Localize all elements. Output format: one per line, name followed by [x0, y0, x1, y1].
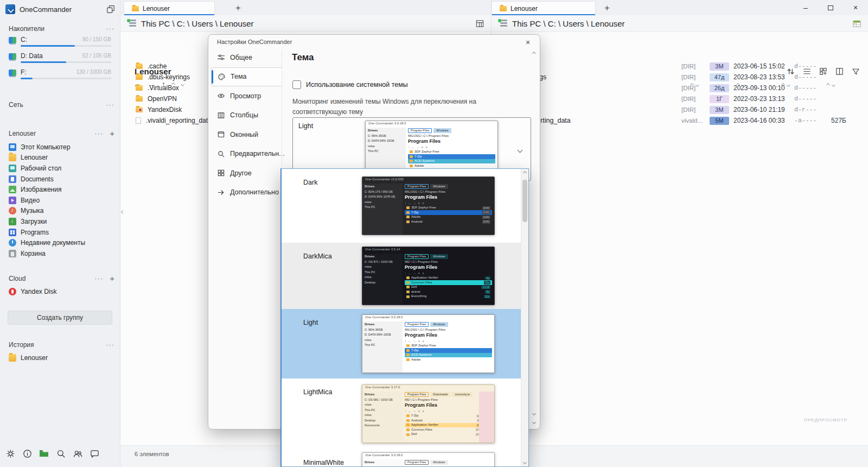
search-icon[interactable] — [55, 447, 67, 459]
sidebar-item[interactable]: Lenouser — [0, 153, 120, 163]
users-icon[interactable] — [72, 447, 84, 459]
sidebar-item[interactable]: Рабочий стол — [0, 163, 120, 174]
cloud-menu-button[interactable]: ··· — [94, 276, 103, 281]
settings-nav-sliders[interactable]: Общее — [208, 48, 282, 67]
breadcrumb[interactable]: This PC \ C: \ Users \ Lenouser — [141, 19, 254, 28]
new-tab-button[interactable]: + — [232, 2, 244, 14]
sidebar-item[interactable]: Documents — [0, 174, 120, 185]
left-tab[interactable]: Lenouser — [124, 1, 215, 15]
network-section-header: Сеть ··· — [9, 100, 114, 110]
theme-option-Dark[interactable]: DarkOne Commander v3 β.555DrivesC: 82% 1… — [282, 169, 521, 243]
preview-file-row: Application Verifier4д — [405, 276, 492, 281]
preview-file-name: Application Verifier — [411, 423, 475, 427]
folder-icon — [9, 154, 16, 161]
folder-icon — [410, 155, 413, 158]
right-tab[interactable]: Lenouser — [492, 1, 596, 15]
theme-preview-Light: One Commander 3.0.18.0DrivesC: 96% 39GБD… — [362, 314, 495, 373]
chevron-down-icon — [518, 146, 522, 154]
folder-icon — [406, 216, 410, 218]
preview-file-name: 7-Zip — [411, 414, 475, 418]
sidebar-item[interactable]: Недавние документы — [0, 237, 120, 248]
sidebar-item[interactable]: Музыка — [0, 206, 120, 217]
sidebar-item[interactable]: Этот Компьютер — [0, 142, 120, 153]
preview-panel-label[interactable]: ПРЕДПРОСМОТР — [804, 418, 847, 422]
dir-tag: [DIR] — [681, 63, 714, 70]
columns-settings-icon[interactable] — [852, 19, 861, 28]
preview-heading: Program Files — [408, 138, 495, 144]
preview-sidebar-row: This PC — [365, 205, 400, 209]
theme-option-DarkMica[interactable]: DarkMicaOne Commander 3.5.14DrivesC: OS … — [282, 243, 521, 309]
file-row[interactable]: .vivaldi_reporting_datavivald...5М2023-0… — [492, 115, 868, 126]
new-tab-button[interactable]: + — [601, 2, 613, 14]
sidebar-item[interactable]: Видео — [0, 195, 120, 206]
drive-item[interactable]: D: Data52 / 105 GB — [0, 52, 120, 68]
drive-usage-bar — [21, 78, 111, 79]
drive-item[interactable]: C:90 / 150 GB — [0, 36, 120, 52]
favorites-add-button[interactable]: + — [110, 130, 114, 137]
dialog-scrollbar[interactable] — [531, 51, 538, 425]
maximize-button[interactable] — [818, 0, 843, 15]
sidebar-item[interactable]: Изображения — [0, 184, 120, 195]
age-badge: 47д — [710, 73, 729, 81]
folder-icon — [406, 428, 410, 431]
columns-toggle-icon[interactable] — [475, 19, 484, 28]
settings-nav-preview[interactable]: Предварительн... — [208, 144, 282, 164]
create-group-button[interactable]: Создать группу — [8, 311, 112, 325]
breadcrumb[interactable]: This PC \ C: \ Users \ Lenouser — [512, 19, 625, 28]
history-section-label: История — [9, 341, 34, 349]
dialog-close-button[interactable]: × — [521, 37, 534, 48]
drives-menu-button[interactable]: ··· — [106, 26, 114, 31]
sidebar-item[interactable]: Lenouser — [0, 352, 120, 363]
preview-tabs: Program FilesWindows — [405, 184, 492, 189]
scrollbar-thumb[interactable] — [522, 180, 527, 222]
network-menu-button[interactable]: ··· — [106, 102, 114, 108]
favorites-menu-button[interactable]: ··· — [94, 131, 103, 136]
preview-tab: Program Files — [408, 128, 432, 133]
detach-panel-icon[interactable] — [106, 4, 116, 14]
system-theme-checkbox-row[interactable]: Использование системной темы — [292, 80, 408, 89]
settings-nav-columns[interactable]: Столбцы — [208, 106, 282, 125]
favorites-list: Этот КомпьютерLenouserРабочий столDocume… — [0, 142, 120, 259]
minimize-button[interactable]: – — [793, 0, 818, 15]
settings-nav-window[interactable]: Оконный — [208, 125, 282, 144]
preview-sidebar-row: milos — [365, 275, 400, 279]
settings-nav-advanced[interactable]: Дополнительно — [208, 183, 282, 203]
theme-option-Light[interactable]: LightOne Commander 3.0.18.0DrivesC: 96% … — [282, 309, 521, 378]
theme-option-MinimalWhite[interactable]: MinimalWhiteOne Commander 3.0.18.0Drives… — [282, 449, 521, 467]
preview-file-row: ACD Systems — [405, 353, 492, 358]
file-row[interactable]: .dbus-keyrings[DIR]47д2023-08-23 13:53d-… — [492, 72, 868, 83]
theme-option-LightMica[interactable]: LightMicaOne Commander 3.17.0DrivesC: OS… — [282, 378, 521, 449]
preview-sidebar-row: D: DATA 95% 1078 GБ — [365, 195, 400, 199]
settings-nav-view[interactable]: Просмотр — [208, 86, 282, 106]
close-button[interactable]: × — [843, 0, 868, 15]
app-window: OneCommander Накопители ··· C:90 / 150 G… — [0, 0, 868, 467]
preview-icon — [216, 150, 225, 158]
file-name: YandexDisk — [148, 106, 182, 113]
history-menu-button[interactable]: ··· — [106, 342, 114, 348]
chat-icon[interactable] — [88, 447, 100, 459]
file-row[interactable]: .cache[DIR]3М2023-06-15 15:02d----- — [492, 61, 868, 72]
drive-item[interactable]: F:130 / 1000 GB — [0, 68, 120, 85]
sidebar-item[interactable]: Programs — [0, 227, 120, 238]
file-row[interactable]: YandexDisk[DIR]3М2023-06-10 21:19d-r--- — [492, 104, 868, 115]
sidebar-item[interactable]: Корзина — [0, 248, 120, 259]
settings-gear-icon[interactable] — [4, 447, 16, 459]
checkbox[interactable] — [292, 80, 301, 89]
file-row[interactable]: .VirtualBox[DIR]26д2023-09-13 00:10d----… — [492, 83, 868, 93]
file-row[interactable]: OpenVPN[DIR]1Г2022-03-23 13:13d----- — [492, 93, 868, 104]
sidebar-item[interactable]: Загрузки — [0, 216, 120, 227]
left-breadcrumb-bar: This PC \ C: \ Users \ Lenouser — [120, 15, 491, 32]
preview-sidebar-row: Desktop — [365, 281, 400, 285]
preview-file-name: dotnet — [411, 290, 483, 294]
settings-nav-palette[interactable]: Тема — [211, 67, 282, 87]
file-attrs: d----- — [794, 84, 816, 91]
preview-main: Program FilesWindowsMILOSG \ C:\ Program… — [403, 184, 494, 235]
popup-scrollbar[interactable] — [521, 169, 528, 466]
info-icon[interactable] — [21, 447, 33, 459]
sidebar-item[interactable]: Yandex Disk — [0, 286, 120, 297]
cloud-add-button[interactable]: + — [110, 275, 114, 282]
file-attrs: -a---- — [794, 117, 816, 124]
settings-nav-other[interactable]: Другое — [208, 163, 282, 183]
folders-icon[interactable] — [38, 447, 50, 459]
preview-body: DrivesC: 96% 39GБD: DATA 99% 15GБmilosTh… — [362, 321, 494, 373]
